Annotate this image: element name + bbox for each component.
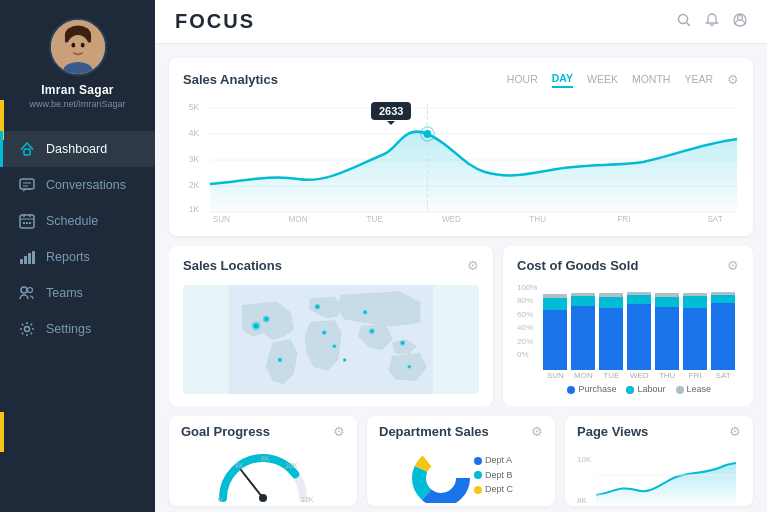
svg-point-73: [259, 494, 267, 502]
locations-settings-icon[interactable]: ⚙: [467, 258, 479, 273]
svg-text:FRI: FRI: [617, 214, 630, 224]
svg-point-71: [408, 366, 410, 368]
svg-text:8K: 8K: [261, 455, 270, 462]
reports-icon: [18, 248, 36, 266]
header-actions: [677, 13, 747, 30]
dept-chart: Dept A Dept B Dept C: [379, 445, 543, 505]
user-name: Imran Sagar: [41, 83, 114, 97]
svg-rect-8: [20, 179, 34, 189]
sidebar-item-dashboard[interactable]: Dashboard: [0, 131, 155, 167]
goal-title: Goal Progress: [181, 424, 270, 439]
analytics-settings-icon[interactable]: ⚙: [727, 72, 739, 87]
cost-bars: SUN MON: [539, 279, 739, 380]
header: FOCUS: [155, 0, 767, 44]
svg-point-25: [679, 15, 688, 24]
tab-day[interactable]: DAY: [552, 70, 573, 88]
sidebar-item-teams[interactable]: Teams: [0, 275, 155, 311]
svg-text:4K: 4K: [235, 462, 244, 469]
svg-text:4K: 4K: [189, 128, 200, 138]
svg-rect-11: [20, 215, 34, 228]
bar-group-sat: SAT: [711, 290, 735, 380]
svg-point-24: [25, 327, 30, 332]
svg-point-51: [264, 317, 268, 321]
svg-line-26: [687, 23, 691, 27]
svg-rect-19: [24, 256, 27, 264]
pageviews-header: Page Views ⚙: [577, 424, 741, 439]
svg-rect-15: [23, 222, 25, 224]
svg-point-67: [343, 359, 345, 361]
tab-month[interactable]: MONTH: [632, 71, 671, 87]
tab-week[interactable]: WEEK: [587, 71, 618, 87]
reports-label: Reports: [46, 250, 90, 264]
main-content: FOCUS: [155, 0, 767, 512]
svg-point-82: [431, 468, 451, 488]
svg-text:0: 0: [218, 496, 222, 503]
dept-settings-icon[interactable]: ⚙: [531, 424, 543, 439]
svg-point-69: [279, 359, 282, 362]
bar-group-sun: SUN: [543, 290, 567, 380]
goal-header: Goal Progress ⚙: [181, 424, 345, 439]
sidebar-item-settings[interactable]: Settings: [0, 311, 155, 347]
cost-settings-icon[interactable]: ⚙: [727, 258, 739, 273]
settings-label: Settings: [46, 322, 91, 336]
tab-hour[interactable]: HOUR: [507, 71, 538, 87]
goal-settings-icon[interactable]: ⚙: [333, 424, 345, 439]
avatar: [49, 18, 107, 76]
svg-text:10K: 10K: [285, 462, 298, 469]
sidebar-item-reports[interactable]: Reports: [0, 239, 155, 275]
cost-y-labels: 100% 80% 60% 40% 20% 0%: [517, 279, 539, 359]
app-logo: FOCUS: [175, 10, 255, 33]
svg-point-4: [71, 43, 75, 48]
notification-icon[interactable]: [705, 13, 719, 30]
search-icon[interactable]: [677, 13, 691, 30]
chart-tooltip: 2633: [371, 102, 411, 120]
user-icon[interactable]: [733, 13, 747, 30]
sidebar-item-schedule[interactable]: Schedule: [0, 203, 155, 239]
goal-chart: 0 4K 8K 10K 12K: [181, 445, 345, 505]
teams-icon: [18, 284, 36, 302]
pageviews-settings-icon[interactable]: ⚙: [729, 424, 741, 439]
svg-rect-17: [29, 222, 31, 224]
svg-point-53: [253, 323, 258, 328]
svg-rect-16: [26, 222, 28, 224]
svg-text:SUN: SUN: [213, 214, 230, 224]
time-tabs: HOUR DAY WEEK MONTH YEAR ⚙: [507, 70, 739, 88]
svg-rect-20: [28, 253, 31, 264]
sidebar: Imran Sagar www.be.net/ImranSagar Dashbo…: [0, 0, 155, 512]
svg-text:TUE: TUE: [367, 214, 384, 224]
sales-analytics-card: Sales Analytics HOUR DAY WEEK MONTH YEAR…: [169, 58, 753, 236]
svg-rect-18: [20, 259, 23, 264]
conversations-label: Conversations: [46, 178, 126, 192]
bar-group-fri: FRI: [683, 290, 707, 380]
sidebar-navigation: Dashboard Conversations: [0, 131, 155, 347]
svg-text:SAT: SAT: [707, 214, 722, 224]
svg-rect-7: [24, 149, 30, 155]
world-map: [183, 285, 479, 394]
svg-text:5K: 5K: [189, 102, 200, 112]
tab-year[interactable]: YEAR: [684, 71, 713, 87]
svg-point-59: [370, 330, 373, 333]
bar-group-thu: THU: [655, 290, 679, 380]
sidebar-item-conversations[interactable]: Conversations: [0, 167, 155, 203]
dashboard-icon: [18, 140, 36, 158]
conversations-icon: [18, 176, 36, 194]
goal-progress-card: Goal Progress ⚙ 0 4K 8K: [169, 416, 357, 506]
middle-row: Sales Locations ⚙: [169, 246, 753, 406]
svg-point-23: [28, 288, 33, 293]
svg-point-57: [323, 331, 326, 334]
svg-text:MON: MON: [289, 214, 308, 224]
svg-text:WED: WED: [442, 214, 461, 224]
bar-group-tue: TUE: [599, 290, 623, 380]
user-profile-area: Imran Sagar www.be.net/ImranSagar: [0, 0, 155, 121]
cost-of-goods-card: Cost of Goods Sold ⚙ 100% 80% 60% 40% 20…: [503, 246, 753, 406]
locations-header: Sales Locations ⚙: [183, 258, 479, 273]
svg-text:2K: 2K: [189, 180, 200, 190]
svg-rect-21: [32, 251, 35, 264]
svg-text:THU: THU: [529, 214, 546, 224]
dept-header: Department Sales ⚙: [379, 424, 543, 439]
svg-point-61: [364, 311, 367, 314]
svg-point-5: [80, 43, 84, 48]
svg-point-22: [21, 287, 27, 293]
analytics-header: Sales Analytics HOUR DAY WEEK MONTH YEAR…: [183, 70, 739, 88]
cost-legend: Purchase Labour Lease: [539, 384, 739, 394]
